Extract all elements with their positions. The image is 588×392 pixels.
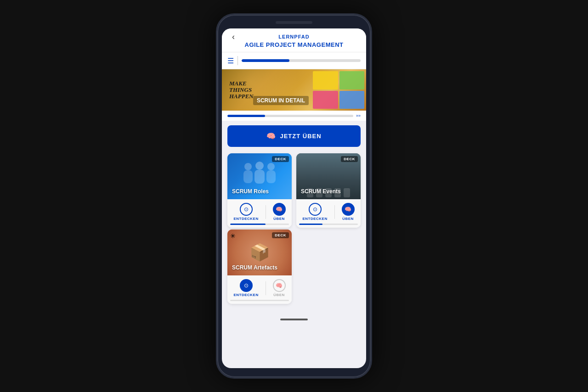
card-footer-artefacts: ⊙ ENTDECKEN 🧠 ÜBEN — [227, 275, 292, 304]
sticky-blue — [339, 91, 365, 109]
page-title: AGILE PROJECT MANAGEMENT — [229, 41, 359, 48]
card-progress-events — [299, 224, 358, 225]
card-progress-fill-roles — [230, 224, 266, 225]
practice-button-artefacts[interactable]: 🧠 ÜBEN — [273, 279, 286, 297]
card-actions-artefacts: ⊙ ENTDECKEN 🧠 ÜBEN — [230, 279, 289, 297]
deck-badge-events: DECK — [341, 156, 358, 162]
card-label-artefacts: SCRUM Artefacts — [232, 264, 277, 271]
brain-icon-artefacts: 🧠 — [273, 279, 286, 292]
main-progress-track — [242, 59, 361, 62]
card-image-events: DECK SCRUM Events — [296, 153, 361, 199]
svg-rect-3 — [254, 170, 265, 184]
card-progress-artefacts — [230, 300, 289, 301]
sticky-green — [339, 71, 365, 90]
divider — [237, 56, 238, 65]
action-divider-artefacts — [266, 281, 266, 295]
main-progress-fill — [242, 59, 289, 62]
box-icon: 📦 — [249, 243, 270, 262]
home-bar — [280, 319, 308, 320]
discover-label-roles: ENTDECKEN — [233, 217, 258, 221]
hero-banner: MAKE THINGS HAPPEN SCRUM IN DETAIL — [222, 69, 366, 111]
discover-button-artefacts[interactable]: ⊙ ENTDECKEN — [233, 279, 258, 297]
screen: ‹ LERNPFAD AGILE PROJECT MANAGEMENT ☰ — [222, 28, 366, 368]
card-footer-roles: ⊙ ENTDECKEN 🧠 ÜBEN — [227, 199, 292, 228]
brain-icon-roles: 🧠 — [273, 203, 286, 216]
hero-subtitle: SCRUM IN DETAIL — [253, 96, 309, 105]
svg-point-4 — [267, 163, 275, 170]
phone-notch — [276, 21, 312, 24]
card-progress-fill-events — [299, 224, 322, 225]
people-svg — [239, 160, 280, 192]
discover-label-artefacts: ENTDECKEN — [233, 293, 258, 297]
chair — [344, 188, 350, 197]
discover-label-events: ENTDECKEN — [302, 217, 327, 221]
discover-button-events[interactable]: ⊙ ENTDECKEN — [302, 203, 327, 221]
sub-progress-fill — [227, 115, 265, 117]
card-label-events: SCRUM Events — [301, 188, 341, 195]
practice-label-events: ÜBEN — [342, 217, 354, 221]
nav-label: LERNPFAD — [278, 34, 309, 39]
card-scrum-roles: DECK SCRUM Roles ⊙ ENTDECKEN 🧠 ÜBEN — [227, 153, 292, 228]
compass-icon: ⊙ — [240, 203, 253, 216]
practice-button-events[interactable]: 🧠 ÜBEN — [342, 203, 355, 221]
card-label-roles: SCRUM Roles — [232, 188, 269, 195]
brain-icon: 🧠 — [266, 132, 276, 140]
sub-progress-track — [227, 115, 353, 117]
hero-handwriting: MAKE THINGS HAPPEN — [229, 80, 254, 100]
progress-area: ☰ — [222, 52, 366, 69]
card-scrum-events: DECK SCRUM Events ⊙ ENTDECKEN 🧠 ÜBEN — [296, 153, 361, 228]
compass-icon-events: ⊙ — [309, 203, 322, 216]
brain-icon-events: 🧠 — [342, 203, 355, 216]
cards-grid: DECK SCRUM Roles ⊙ ENTDECKEN 🧠 ÜBEN — [222, 151, 366, 230]
card-footer-events: ⊙ ENTDECKEN 🧠 ÜBEN — [296, 199, 361, 228]
app-header: ‹ LERNPFAD AGILE PROJECT MANAGEMENT — [222, 28, 366, 52]
progress-arrows: »» — [356, 113, 361, 118]
practice-button-roles[interactable]: 🧠 ÜBEN — [273, 203, 286, 221]
card-image-artefacts: 📦 DECK SCRUM Artefacts ✳ — [227, 230, 292, 275]
cards-single-row: 📦 DECK SCRUM Artefacts ✳ ⊙ ENTDECKEN — [222, 230, 366, 313]
sticky-yellow — [313, 71, 338, 90]
practice-label-artefacts: ÜBEN — [273, 293, 285, 297]
back-button[interactable]: ‹ — [229, 31, 237, 43]
practice-button[interactable]: 🧠 JETZT ÜBEN — [227, 125, 361, 147]
card-progress-roles — [230, 224, 289, 225]
discover-button-roles[interactable]: ⊙ ENTDECKEN — [233, 203, 258, 221]
hero-text-area: MAKE THINGS HAPPEN — [229, 80, 254, 100]
action-divider-events — [334, 205, 335, 219]
phone-shell: ‹ LERNPFAD AGILE PROJECT MANAGEMENT ☰ — [216, 13, 372, 379]
svg-point-2 — [255, 162, 264, 170]
svg-point-0 — [244, 163, 252, 170]
sticky-notes — [311, 69, 366, 111]
pin-icon: ✳ — [230, 232, 236, 240]
practice-label: JETZT ÜBEN — [280, 133, 321, 140]
action-divider — [266, 205, 266, 219]
sub-progress-area: »» — [222, 111, 366, 121]
compass-icon-artefacts: ⊙ — [240, 279, 253, 292]
list-icon: ☰ — [227, 56, 234, 65]
practice-label-roles: ÜBEN — [273, 217, 285, 221]
header-nav: ‹ LERNPFAD — [229, 34, 359, 39]
card-image-roles: DECK SCRUM Roles — [227, 153, 292, 199]
svg-rect-5 — [266, 170, 276, 183]
card-actions-events: ⊙ ENTDECKEN 🧠 ÜBEN — [299, 203, 358, 221]
card-scrum-artefacts: 📦 DECK SCRUM Artefacts ✳ ⊙ ENTDECKEN — [227, 230, 292, 304]
sticky-pink — [313, 91, 338, 109]
deck-badge-artefacts: DECK — [272, 232, 289, 238]
card-actions-roles: ⊙ ENTDECKEN 🧠 ÜBEN — [230, 203, 289, 221]
deck-badge-roles: DECK — [272, 156, 289, 162]
svg-rect-1 — [243, 170, 253, 183]
